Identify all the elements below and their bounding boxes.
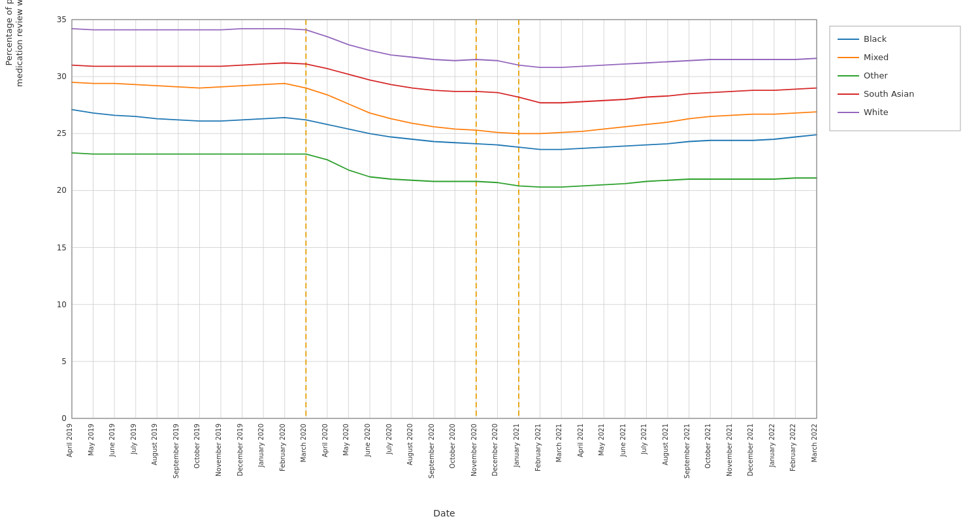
svg-text:February 2022: February 2022 [789, 424, 796, 471]
svg-text:Black: Black [864, 34, 887, 44]
svg-text:5: 5 [61, 357, 67, 366]
svg-text:January 2022: January 2022 [768, 424, 776, 468]
svg-text:September 2020: September 2020 [428, 424, 435, 479]
svg-text:30: 30 [57, 72, 67, 81]
svg-text:April 2019: April 2019 [66, 424, 73, 457]
svg-text:20: 20 [57, 186, 67, 195]
svg-text:July 2021: July 2021 [640, 424, 647, 455]
svg-text:August 2019: August 2019 [151, 424, 158, 465]
svg-text:White: White [864, 107, 889, 117]
svg-text:10: 10 [57, 300, 67, 309]
svg-text:April 2021: April 2021 [577, 424, 584, 457]
svg-text:January 2020: January 2020 [257, 424, 265, 468]
svg-text:15: 15 [57, 243, 67, 252]
svg-text:July 2020: July 2020 [385, 424, 393, 455]
svg-rect-95 [830, 26, 960, 131]
svg-text:25: 25 [57, 129, 67, 138]
svg-text:February 2020: February 2020 [279, 424, 286, 471]
svg-text:March 2022: March 2022 [811, 424, 818, 462]
svg-text:November 2020: November 2020 [470, 424, 478, 477]
svg-text:November 2021: November 2021 [726, 424, 733, 477]
svg-text:December 2019: December 2019 [237, 424, 244, 476]
svg-text:South Asian: South Asian [864, 89, 914, 99]
svg-text:March 2020: March 2020 [300, 424, 307, 462]
svg-text:June 2021: June 2021 [619, 424, 627, 457]
svg-text:March 2021: March 2021 [555, 424, 563, 462]
svg-text:April 2020: April 2020 [321, 424, 329, 457]
svg-text:December 2020: December 2020 [491, 424, 498, 476]
svg-text:Other: Other [864, 71, 889, 80]
svg-text:May 2020: May 2020 [342, 424, 350, 456]
svg-text:July 2019: July 2019 [130, 424, 137, 455]
svg-rect-1 [72, 20, 817, 418]
svg-text:Mixed: Mixed [864, 52, 889, 62]
svg-text:August 2021: August 2021 [662, 424, 669, 465]
svg-text:December 2021: December 2021 [747, 424, 754, 476]
svg-text:Date: Date [433, 508, 455, 518]
svg-text:November 2019: November 2019 [215, 424, 222, 477]
svg-text:June 2019: June 2019 [108, 424, 116, 457]
main-chart: 05101520253035April 2019May 2019June 201… [0, 0, 980, 523]
svg-text:35: 35 [57, 15, 67, 24]
svg-text:February 2021: February 2021 [534, 424, 542, 471]
svg-text:October 2021: October 2021 [704, 424, 711, 469]
svg-text:January 2021: January 2021 [513, 424, 520, 468]
chart-container: 05101520253035April 2019May 2019June 201… [0, 0, 980, 523]
svg-text:August 2020: August 2020 [406, 424, 414, 465]
svg-text:May 2021: May 2021 [598, 424, 605, 456]
svg-text:October 2019: October 2019 [193, 424, 201, 469]
svg-text:October 2020: October 2020 [449, 424, 456, 469]
svg-text:0: 0 [61, 414, 67, 423]
svg-text:June 2020: June 2020 [364, 424, 371, 457]
svg-text:September 2019: September 2019 [172, 424, 180, 479]
svg-text:May 2019: May 2019 [88, 424, 95, 456]
svg-text:September 2021: September 2021 [683, 424, 691, 479]
